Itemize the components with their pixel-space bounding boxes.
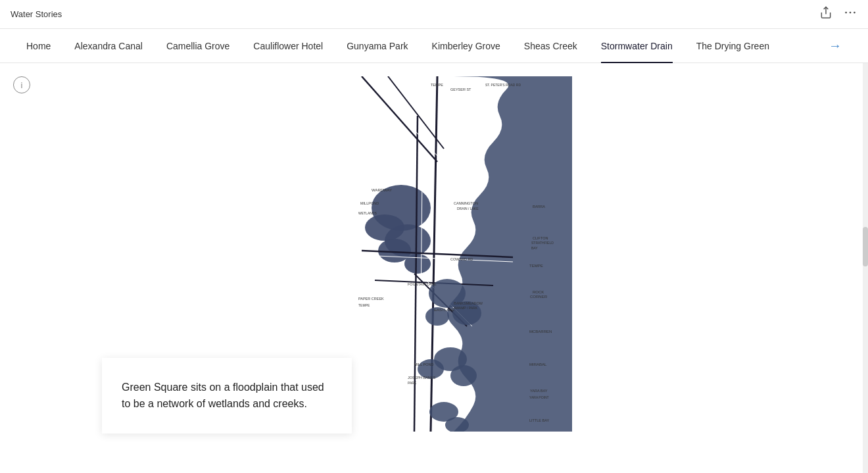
nav-item-sheas-creek[interactable]: Sheas Creek bbox=[512, 29, 589, 63]
svg-text:TEMPE: TEMPE bbox=[431, 83, 443, 87]
svg-text:JOSEPH BANKS: JOSEPH BANKS bbox=[408, 376, 436, 380]
svg-text:GEYSER ST: GEYSER ST bbox=[450, 87, 471, 91]
svg-text:YARA POINT: YARA POINT bbox=[529, 395, 549, 399]
nav-item-alexandra-canal[interactable]: Alexandra Canal bbox=[62, 29, 155, 63]
svg-point-8 bbox=[378, 239, 411, 262]
description-card: Green Square sits on a floodplain that u… bbox=[102, 358, 352, 434]
svg-text:WARDWAY: WARDWAY bbox=[372, 188, 392, 192]
nav-item-gunyama-park[interactable]: Gunyama Park bbox=[335, 29, 420, 63]
nav-bar: Home Alexandra Canal Camellia Grove Caul… bbox=[0, 29, 868, 63]
svg-text:MCBARREN: MCBARREN bbox=[529, 330, 552, 334]
svg-text:BANKSMEADOW: BANKSMEADOW bbox=[454, 301, 483, 305]
svg-text:MILLPOND: MILLPOND bbox=[360, 201, 379, 205]
nav-item-the-drying-green[interactable]: The Drying Green bbox=[685, 29, 781, 63]
svg-text:SWAMP / PARK: SWAMP / PARK bbox=[454, 306, 478, 310]
main-content: i bbox=[0, 63, 868, 473]
svg-text:CORNER: CORNER bbox=[530, 295, 548, 299]
nav-item-camellia-grove[interactable]: Camellia Grove bbox=[155, 29, 241, 63]
share-icon[interactable] bbox=[819, 6, 832, 22]
svg-point-2 bbox=[850, 12, 852, 14]
svg-text:TEMPE: TEMPE bbox=[358, 303, 370, 307]
scrollbar[interactable] bbox=[863, 63, 868, 473]
top-bar: Water Stories bbox=[0, 0, 868, 29]
info-icon[interactable]: i bbox=[13, 76, 30, 93]
svg-text:STRATHFIELD: STRATHFIELD bbox=[531, 241, 554, 245]
svg-text:DRAIN / LAKE: DRAIN / LAKE bbox=[457, 207, 479, 211]
scrollbar-thumb[interactable] bbox=[863, 227, 868, 266]
svg-point-1 bbox=[845, 12, 847, 14]
nav-item-cauliflower-hotel[interactable]: Cauliflower Hotel bbox=[241, 29, 335, 63]
svg-text:ROCK: ROCK bbox=[533, 290, 544, 294]
top-bar-icons bbox=[819, 5, 857, 23]
svg-text:COWARD RD: COWARD RD bbox=[450, 257, 473, 261]
nav-item-kimberley-grove[interactable]: Kimberley Grove bbox=[420, 29, 512, 63]
svg-text:MILL POND: MILL POND bbox=[414, 362, 433, 366]
nav-item-home[interactable]: Home bbox=[26, 29, 62, 63]
svg-text:CLIFTON: CLIFTON bbox=[533, 236, 548, 240]
svg-line-12 bbox=[420, 116, 423, 432]
svg-text:FOUNTAIN LANE: FOUNTAIN LANE bbox=[408, 282, 437, 286]
nav-item-stormwater-drain[interactable]: Stormwater Drain bbox=[589, 29, 685, 63]
svg-line-13 bbox=[362, 76, 437, 162]
nav-arrow[interactable]: → bbox=[829, 38, 842, 53]
svg-text:PARK: PARK bbox=[408, 381, 417, 385]
more-options-icon[interactable] bbox=[843, 5, 857, 23]
svg-text:WETLANDS: WETLANDS bbox=[358, 211, 377, 215]
svg-point-26 bbox=[450, 365, 477, 386]
svg-text:BAY: BAY bbox=[531, 246, 538, 250]
svg-line-14 bbox=[367, 76, 443, 162]
svg-text:YARA BAY: YARA BAY bbox=[530, 389, 548, 393]
map-container: WARDWAY MILLPOND WETLANDS CANNINGTON DRA… bbox=[316, 76, 579, 432]
svg-point-3 bbox=[854, 12, 856, 14]
svg-text:TEMPE: TEMPE bbox=[529, 264, 543, 268]
svg-text:EASTLAKE: EASTLAKE bbox=[434, 308, 454, 312]
app-title: Water Stories bbox=[11, 9, 62, 19]
svg-text:BARRA: BARRA bbox=[533, 205, 545, 209]
svg-text:CANNINGTON: CANNINGTON bbox=[454, 201, 478, 205]
svg-text:ST. PETER'S ROAD RD: ST. PETER'S ROAD RD bbox=[485, 83, 521, 87]
svg-text:MIRABAL: MIRABAL bbox=[529, 362, 547, 366]
svg-text:LITTLE BAY: LITTLE BAY bbox=[529, 418, 549, 422]
description-text: Green Square sits on a floodplain that u… bbox=[122, 379, 332, 412]
svg-text:PAPER CREEK: PAPER CREEK bbox=[358, 297, 384, 301]
